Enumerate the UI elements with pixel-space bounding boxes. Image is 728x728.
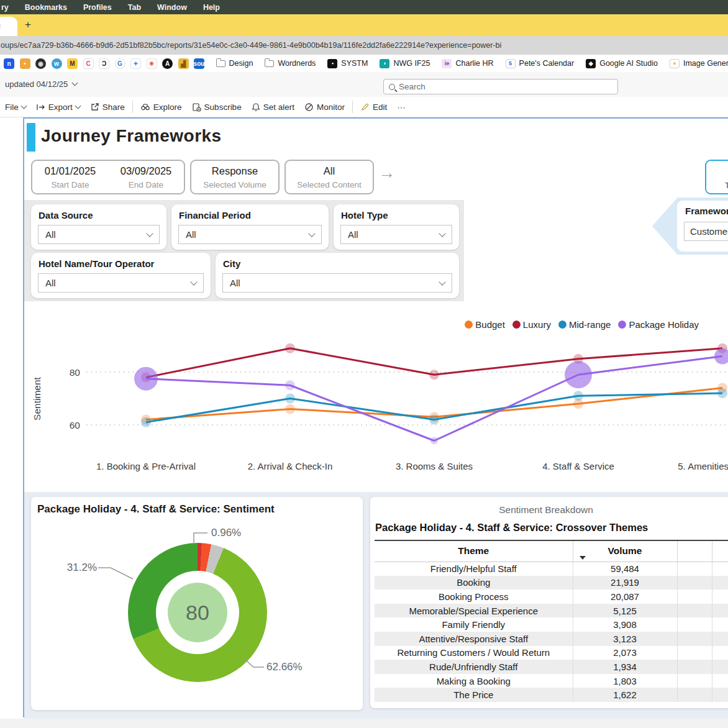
sentiment-donut-panel: Package Holiday - 4. Staff & Service: Se…	[31, 497, 363, 710]
slicer-label: Hotel Name/Tour Operator	[39, 258, 154, 269]
chevron-down-icon	[439, 230, 445, 237]
menu-item-ry[interactable]: ry	[1, 3, 9, 12]
monitor-icon	[304, 102, 314, 112]
d-glyph-icon[interactable]: Ɔ	[99, 58, 109, 69]
chevron-down-icon	[308, 230, 315, 237]
chip-label: Start Date	[45, 180, 96, 189]
toolbar-share-button[interactable]: Share	[90, 102, 125, 112]
sou-icon[interactable]: sou	[194, 58, 204, 69]
table-row[interactable]: Making a Booking1,803	[375, 674, 728, 688]
status-bar	[0, 719, 728, 728]
table-row[interactable]: Booking Process20,087	[375, 589, 728, 604]
svg-text:Sentiment: Sentiment	[32, 376, 42, 420]
table-title: Package Holiday - 4. Staff & Service: Cr…	[375, 522, 648, 534]
menu-item-profiles[interactable]: Profiles	[83, 3, 112, 12]
address-bar[interactable]: oups/ec7aa729-b36b-4666-b9d6-2d51bf82b5b…	[0, 36, 728, 55]
bookmark-pete-s-calendar[interactable]: 5Pete's Calendar	[506, 59, 575, 68]
miro-icon[interactable]: M	[67, 58, 78, 69]
bookmark-google-ai-studio[interactable]: ◆Google AI Studio	[586, 59, 658, 68]
slicer-dropdown[interactable]: All	[178, 225, 322, 244]
clickup-icon[interactable]: C	[83, 58, 94, 69]
menu-item-window[interactable]: Window	[157, 3, 187, 12]
search-input[interactable]: Search	[383, 79, 618, 94]
column-header-volume[interactable]: Volume	[573, 540, 677, 562]
theme-cell: Making a Booking	[375, 674, 573, 688]
data-updated-dropdown[interactable]: updated 04/12/25	[5, 80, 77, 89]
bookmark-systm[interactable]: ▪SYSTM	[327, 59, 368, 68]
line-chart[interactable]: 6080Sentiment	[24, 304, 728, 461]
table-row[interactable]: Attentive/Responsive Staff3,123	[375, 632, 728, 646]
donut-leader-lines	[31, 497, 363, 710]
behance-icon[interactable]: n	[4, 58, 14, 69]
toolbar-edit-button[interactable]: Edit	[360, 102, 387, 112]
chevron-down-icon	[20, 102, 27, 109]
table-row[interactable]: The Price1,622	[375, 688, 728, 702]
macos-menu-bar: ryBookmarksProfilesTabWindowHelp	[0, 0, 728, 14]
theme-cell: Friendly/Helpful Staff	[375, 562, 573, 576]
new-tab-button[interactable]: +	[25, 19, 31, 31]
column-header-extra[interactable]	[677, 540, 712, 562]
bookmarks-bar: n•◉wMCƆG✦✳A▟souDesignWordnerds▪SYSTM◗NWG…	[0, 55, 728, 72]
slicer-label: Financial Period	[179, 210, 251, 221]
asterisk-icon[interactable]: ✳	[147, 58, 157, 69]
toolbar-subscribe-button[interactable]: Subscribe	[192, 102, 242, 112]
filter-chip-card[interactable]: AllSelected Content	[284, 160, 374, 194]
table-row[interactable]: Friendly/Helpful Staff59,484	[375, 562, 728, 576]
filter-chip-card[interactable]: ResponseSelected Volume	[190, 160, 280, 194]
table-row[interactable]: Family Friendly3,908	[375, 617, 728, 632]
active-tab[interactable]: ×	[0, 17, 17, 36]
chart-gold-icon[interactable]: ▟	[178, 58, 189, 69]
toolbar-set-alert-button[interactable]: Set alert	[252, 102, 294, 112]
table-row[interactable]: Booking21,919	[375, 576, 728, 590]
bookmark-favicon: ●	[670, 59, 680, 68]
right-arrow-icon[interactable]: →	[378, 163, 395, 183]
slicer-dropdown[interactable]: All	[38, 225, 160, 244]
slicer-dropdown[interactable]: All	[38, 273, 204, 293]
bookmark-wordnerds[interactable]: Wordnerds	[265, 59, 316, 68]
volume-cell: 3,123	[573, 632, 677, 646]
table-row[interactable]: Memorable/Special Experience5,125	[375, 604, 728, 618]
donut-label-darkgreen: 31.2%	[61, 562, 97, 574]
toolbar-explore-button[interactable]: Explore	[140, 102, 182, 112]
svg-text:60: 60	[70, 420, 81, 430]
bookmark-image-generator[interactable]: ●Image Generator	[670, 59, 728, 68]
toolbar-monitor-button[interactable]: Monitor	[304, 102, 345, 112]
theme-cell: Booking Process	[375, 589, 573, 604]
column-header-theme[interactable]: Theme	[375, 540, 573, 562]
bookmark-design[interactable]: Design	[216, 59, 253, 68]
updated-label: updated 04/12/25	[5, 80, 68, 89]
dark-ring-icon[interactable]: ◉	[35, 58, 46, 69]
filter-chip-card[interactable]: 01/01/2025Start Date03/09/2025End Date	[31, 160, 185, 194]
theme-cell: Booking	[375, 576, 573, 590]
table-row[interactable]: Rude/Unfriendly Staff1,934	[375, 660, 728, 674]
theme-cell: Rude/Unfriendly Staff	[375, 660, 573, 674]
a-circle-icon[interactable]: A	[162, 58, 173, 69]
slicer-dropdown[interactable]: All	[222, 273, 452, 293]
menu-item-bookmarks[interactable]: Bookmarks	[25, 3, 67, 12]
toolbar---button[interactable]: ···	[397, 102, 406, 112]
menu-item-tab[interactable]: Tab	[128, 3, 141, 12]
theme-cell: The Price	[375, 688, 573, 702]
menu-item-help[interactable]: Help	[203, 3, 220, 12]
volume-cell: 1,934	[573, 660, 677, 674]
table-row[interactable]: Returning Customers / Would Return2,073	[375, 646, 728, 660]
bookmark-favicon: ▪	[327, 59, 337, 68]
slicer-label: Hotel Type	[341, 210, 388, 221]
framework-slicer-select[interactable]: Customer	[684, 222, 728, 241]
toolbar-export-button[interactable]: Export	[36, 102, 80, 112]
bulb-icon[interactable]: •	[20, 58, 30, 69]
slicer-dropdown[interactable]: All	[340, 225, 452, 244]
truncated-card[interactable]: T	[705, 160, 728, 194]
bookmark-nwg-if25[interactable]: ◗NWG IF25	[380, 59, 430, 68]
volume-cell: 1,622	[573, 688, 677, 702]
sort-descending-icon	[580, 556, 586, 560]
close-tab-icon[interactable]: ×	[0, 22, 1, 31]
sparkle-icon[interactable]: ✦	[130, 58, 141, 69]
volume-cell: 21,919	[573, 576, 677, 590]
bookmark-favicon: ◆	[586, 59, 596, 68]
g-circle-icon[interactable]: G	[115, 58, 125, 69]
xwg-icon[interactable]: w	[52, 58, 62, 69]
toolbar-file-button[interactable]: File	[5, 102, 26, 112]
bookmark-charlie-hr[interactable]: ieCharlie HR	[442, 59, 493, 68]
left-gutter	[0, 117, 23, 728]
